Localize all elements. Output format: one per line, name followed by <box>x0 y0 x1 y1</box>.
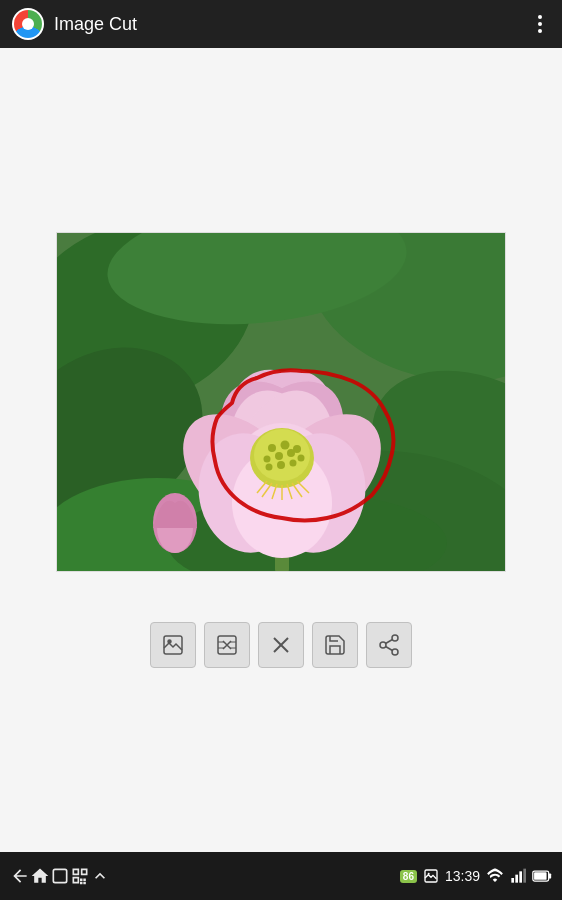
svg-point-31 <box>275 452 283 460</box>
svg-point-28 <box>281 441 290 450</box>
main-content <box>0 48 562 852</box>
select-image-button[interactable] <box>150 622 196 668</box>
share-button[interactable] <box>366 622 412 668</box>
save-button[interactable] <box>312 622 358 668</box>
app-icon <box>12 8 44 40</box>
qr-button[interactable] <box>70 866 90 886</box>
clear-button[interactable] <box>258 622 304 668</box>
svg-point-30 <box>264 456 271 463</box>
android-badge: 86 <box>400 870 417 883</box>
overflow-menu-button[interactable] <box>530 7 550 41</box>
action-bar-left: Image Cut <box>12 8 137 40</box>
wifi-icon <box>486 867 504 885</box>
svg-point-33 <box>298 455 305 462</box>
svg-line-52 <box>386 647 393 651</box>
svg-rect-57 <box>511 878 514 883</box>
svg-rect-58 <box>515 875 518 883</box>
svg-point-36 <box>290 460 297 467</box>
image-container[interactable] <box>56 232 506 572</box>
cut-button[interactable] <box>204 622 250 668</box>
back-button[interactable] <box>10 866 30 886</box>
home-button[interactable] <box>30 866 50 886</box>
svg-point-32 <box>287 449 295 457</box>
svg-rect-62 <box>549 874 552 879</box>
svg-point-27 <box>268 444 276 452</box>
svg-rect-54 <box>53 869 66 882</box>
svg-point-34 <box>266 464 273 471</box>
recents-button[interactable] <box>50 866 70 886</box>
up-button[interactable] <box>90 866 110 886</box>
navigation-bar: 86 13:39 <box>0 852 562 900</box>
svg-point-49 <box>392 635 398 641</box>
flower-image <box>57 233 506 572</box>
action-bar: Image Cut <box>0 0 562 48</box>
status-time: 13:39 <box>445 868 480 884</box>
toolbar <box>150 622 412 668</box>
svg-point-50 <box>380 642 386 648</box>
svg-point-35 <box>277 461 285 469</box>
image-status-icon <box>423 868 439 884</box>
svg-rect-60 <box>523 869 526 883</box>
status-bar-right: 86 13:39 <box>400 867 552 885</box>
battery-icon <box>532 869 552 883</box>
app-title: Image Cut <box>54 14 137 35</box>
svg-line-53 <box>386 640 393 644</box>
signal-icon <box>510 868 526 884</box>
svg-rect-59 <box>519 871 522 882</box>
svg-point-51 <box>392 649 398 655</box>
svg-rect-63 <box>534 872 547 880</box>
